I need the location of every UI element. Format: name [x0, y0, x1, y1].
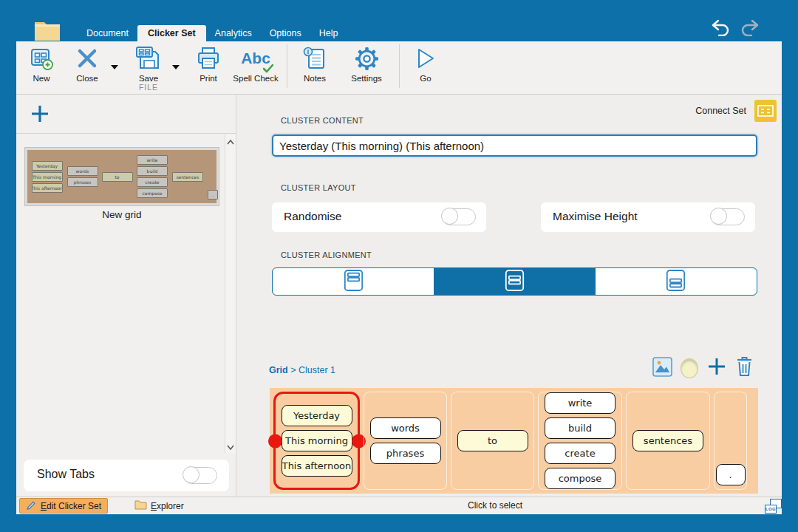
- settings-button[interactable]: Settings: [343, 44, 390, 90]
- align-bottom-button[interactable]: [596, 268, 757, 295]
- menu-bar: Document Clicker Set Analytics Options H…: [78, 25, 347, 41]
- grid-cell[interactable]: This morning: [282, 430, 352, 451]
- redo-icon[interactable]: [740, 19, 760, 39]
- grid-cell[interactable]: compose: [545, 468, 615, 489]
- connect-set-icon[interactable]: [754, 100, 777, 122]
- randomise-card: Randomise: [272, 202, 486, 232]
- scroll-down-icon[interactable]: [226, 441, 235, 450]
- thumbnail-cell: This morning: [32, 172, 63, 182]
- print-button[interactable]: Print: [191, 44, 226, 90]
- grid-cell[interactable]: Yesterday: [282, 405, 352, 426]
- thumbnail-cell: This afternoon: [32, 183, 63, 193]
- go-button[interactable]: Go: [406, 44, 445, 90]
- menu-help[interactable]: Help: [310, 25, 347, 41]
- picture-icon[interactable]: [652, 357, 672, 380]
- thumbnail-cell: .: [208, 190, 218, 200]
- new-button[interactable]: New: [24, 44, 59, 90]
- close-dropdown-arrow[interactable]: [111, 65, 118, 69]
- scroll-up-icon[interactable]: [226, 137, 235, 146]
- colour-swatch-icon[interactable]: [681, 358, 698, 378]
- thumbnail-cell: words: [67, 166, 98, 176]
- menu-analytics[interactable]: Analytics: [206, 25, 261, 41]
- toggle-knob: [441, 208, 458, 225]
- thumbnail-cell: sentences: [172, 172, 203, 182]
- folder-icon: [134, 499, 147, 512]
- edit-clicker-set-tab[interactable]: Edit Clicker Set: [19, 498, 108, 514]
- breadcrumb-separator: >: [290, 365, 296, 375]
- cluster-alignment-label: CLUSTER ALIGNMENT: [281, 250, 372, 259]
- show-tabs-card: Show Tabs: [24, 460, 229, 491]
- toggle-knob: [710, 208, 727, 225]
- menu-document[interactable]: Document: [78, 25, 137, 41]
- grid-cell[interactable]: sentences: [632, 430, 703, 451]
- show-tabs-toggle[interactable]: [183, 467, 217, 484]
- grid-cell[interactable]: phrases: [370, 443, 441, 464]
- go-play-icon: [415, 44, 436, 72]
- grid-cluster[interactable]: writebuildcreatecompose: [538, 392, 622, 490]
- grid-cell[interactable]: write: [545, 392, 615, 414]
- history-controls: [711, 19, 760, 39]
- grid-thumbnail-caption: New grid: [24, 209, 219, 220]
- spell-check-button[interactable]: Abc Spell Check: [229, 44, 282, 90]
- thumbnail-cell: compose: [137, 188, 168, 198]
- grid-cell[interactable]: .: [716, 464, 746, 485]
- grid-thumbnail[interactable]: YesterdayThis morningThis afternoonwords…: [24, 147, 219, 206]
- explorer-tab[interactable]: Explorer: [129, 498, 190, 514]
- log-icon[interactable]: LOG: [765, 499, 782, 514]
- selection-handle-left[interactable]: [268, 434, 282, 448]
- menu-clicker-set[interactable]: Clicker Set: [137, 25, 206, 41]
- add-cluster-icon[interactable]: [706, 356, 727, 380]
- breadcrumb: Grid > Cluster 1: [269, 365, 335, 375]
- file-group-label: FILE: [123, 83, 174, 92]
- new-grid-icon: [30, 44, 54, 72]
- cluster-alignment-control: [272, 267, 757, 296]
- app-folder-icon: [33, 19, 61, 44]
- grid-cell[interactable]: This afternoon: [282, 455, 352, 477]
- grid-cluster[interactable]: .: [714, 392, 747, 490]
- thumbnail-cell: to: [102, 172, 133, 182]
- titlebar: Document Clicker Set Analytics Options H…: [0, 0, 798, 41]
- sidebar-scrollbar[interactable]: [225, 134, 236, 453]
- cluster-grid: YesterdayThis morningThis afternoonwords…: [270, 388, 758, 494]
- grid-cluster[interactable]: sentences: [626, 392, 710, 490]
- thumbnail-cell: build: [137, 166, 168, 176]
- sidebar: YesterdayThis morningThis afternoonwords…: [16, 95, 236, 497]
- grid-cell[interactable]: to: [457, 430, 528, 451]
- close-icon: [76, 44, 98, 72]
- align-middle-button[interactable]: [434, 268, 595, 295]
- notes-button[interactable]: Notes: [294, 44, 335, 90]
- toolbar-separator-2: [399, 44, 400, 88]
- thumbnail-cell: write: [137, 155, 168, 165]
- align-top-button[interactable]: [273, 268, 434, 295]
- add-grid-icon[interactable]: [30, 103, 50, 124]
- menu-options[interactable]: Options: [261, 25, 310, 41]
- show-tabs-label: Show Tabs: [37, 468, 95, 481]
- thumbnail-cluster: sentences: [171, 152, 205, 201]
- grid-cluster[interactable]: wordsphrases: [364, 392, 447, 490]
- grid-cell[interactable]: build: [545, 417, 615, 439]
- settings-gear-icon: [355, 44, 379, 72]
- maximise-height-toggle[interactable]: [711, 208, 745, 225]
- thumbnail-cluster: writebuildcreatecompose: [135, 152, 169, 201]
- undo-icon[interactable]: [711, 19, 731, 39]
- thumbnail-cluster: wordsphrases: [66, 152, 99, 201]
- close-button[interactable]: Close: [69, 44, 105, 90]
- delete-icon[interactable]: [735, 356, 754, 380]
- save-icon: [135, 44, 162, 72]
- randomise-toggle[interactable]: [442, 208, 476, 225]
- cluster-content-input[interactable]: [272, 134, 757, 157]
- grid-cell[interactable]: create: [545, 443, 615, 464]
- thumbnail-cell: Yesterday: [32, 161, 63, 171]
- grid-cluster[interactable]: YesterdayThis morningThis afternoon: [273, 392, 360, 490]
- spell-check-icon: Abc: [241, 44, 270, 72]
- grid-cell[interactable]: words: [370, 417, 441, 439]
- explorer-tab-label: Explorer: [151, 501, 184, 511]
- thumbnail-cell: create: [137, 177, 168, 187]
- thumbnail-cluster: .: [206, 152, 219, 201]
- align-top-icon: [344, 269, 364, 295]
- randomise-label: Randomise: [284, 210, 341, 223]
- breadcrumb-grid-link[interactable]: Grid: [269, 365, 288, 375]
- grid-cluster[interactable]: to: [451, 392, 534, 490]
- cluster-content-label: CLUSTER CONTENT: [281, 116, 364, 125]
- save-dropdown-arrow[interactable]: [172, 65, 180, 69]
